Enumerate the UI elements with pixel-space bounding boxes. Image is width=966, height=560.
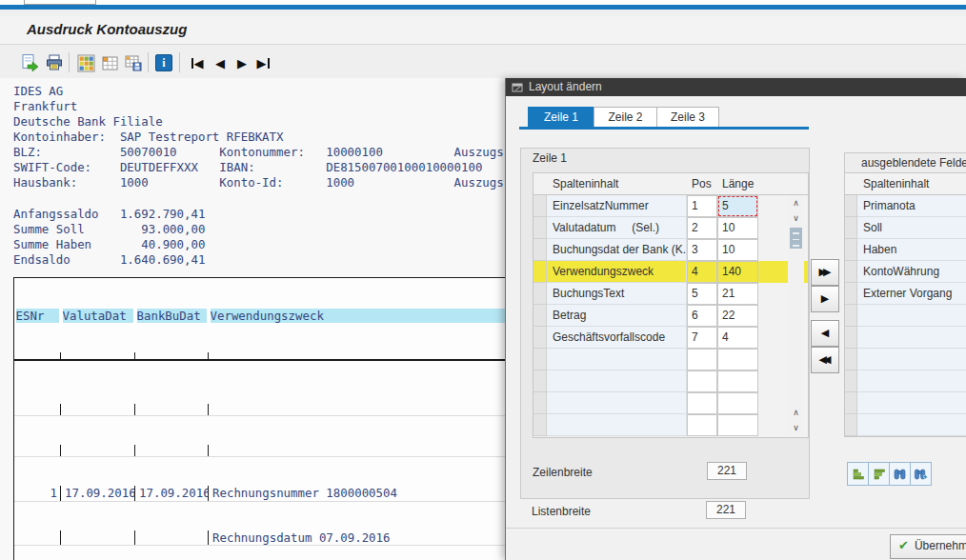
- hidden-field-cell[interactable]: KontoWährung: [857, 261, 966, 283]
- hidden-field-cell[interactable]: Haben: [857, 239, 966, 261]
- column-table: Spalteninhalt Pos Länge EinzelsatzNummer…: [533, 172, 809, 438]
- pos-field[interactable]: 7: [687, 327, 717, 349]
- report-line: Hausbank: 1000 Konto-Id: 1000 Auszugs: [13, 175, 504, 190]
- change-layout-button[interactable]: [98, 51, 121, 74]
- zeile1-groupbox: Zeile 1 Spalteninhalt Pos Länge Einzelsa…: [520, 148, 810, 499]
- save-layout-button[interactable]: [122, 51, 145, 74]
- print-button[interactable]: [43, 51, 66, 74]
- column-name-cell[interactable]: Geschäftsvorfallscode: [547, 327, 687, 349]
- next-page-button[interactable]: ▶: [231, 51, 253, 74]
- first-page-button[interactable]: ◀: [186, 51, 209, 74]
- find-next-button[interactable]: [910, 462, 932, 486]
- info-button[interactable]: i: [152, 51, 175, 74]
- header-spalteninhalt: Spalteninhalt: [547, 173, 687, 194]
- column-name-cell[interactable]: Verwendungszweck: [547, 261, 687, 283]
- pos-field[interactable]: 1: [687, 195, 717, 217]
- last-page-button[interactable]: ▶: [252, 51, 274, 74]
- scroll-down-icon[interactable]: ∨: [788, 420, 804, 435]
- hidden-field-row-empty: [845, 370, 966, 392]
- scrollbar-thumb[interactable]: [790, 228, 802, 249]
- hidden-field-row-empty: [845, 414, 966, 436]
- column-row: Buchungsdat der Bank (K... 3 10: [533, 239, 808, 261]
- pos-field[interactable]: 2: [687, 217, 717, 239]
- row-selector[interactable]: [533, 239, 547, 261]
- header-area: Ausdruck Kontoauszug: [0, 10, 966, 79]
- column-name-cell[interactable]: EinzelsatzNummer: [547, 195, 687, 217]
- column-name-cell[interactable]: Betrag: [547, 305, 687, 327]
- find-button[interactable]: [889, 462, 911, 486]
- first-page-icon: ◀: [191, 57, 204, 70]
- scroll-down-icon[interactable]: ∨: [788, 210, 804, 226]
- hidden-field-cell[interactable]: Primanota: [857, 195, 966, 217]
- column-name-cell[interactable]: BuchungsText: [547, 283, 687, 305]
- toolbar-separator: [148, 52, 149, 72]
- pos-field[interactable]: 3: [687, 239, 717, 261]
- row-selector[interactable]: [533, 283, 547, 305]
- previous-page-button[interactable]: ◀: [209, 51, 231, 74]
- tab-zeile-3[interactable]: Zeile 3: [656, 107, 719, 129]
- apply-button[interactable]: ✔Übernehmen: [890, 534, 966, 559]
- table-scrollbar[interactable]: ∧ ∨ ∧ ∨: [788, 195, 804, 435]
- row-selector[interactable]: [533, 217, 547, 239]
- laenge-field[interactable]: 10: [717, 239, 758, 261]
- row-selector[interactable]: [533, 195, 547, 217]
- column-row-highlighted: Verwendungszweck 4 140: [533, 261, 808, 283]
- row-selector[interactable]: [845, 217, 857, 239]
- sort-descending-button[interactable]: [868, 462, 890, 486]
- laenge-field-focused[interactable]: 5: [717, 195, 758, 217]
- header-laenge: Länge: [717, 173, 758, 194]
- sort-ascending-button[interactable]: [847, 462, 869, 486]
- move-all-left-button[interactable]: ◀◀: [811, 347, 839, 373]
- pos-field[interactable]: 6: [687, 305, 717, 327]
- column-name-cell[interactable]: Buchungsdat der Bank (K...: [547, 239, 687, 261]
- column-name-cell[interactable]: Valutadatum(Sel.): [547, 217, 687, 239]
- hidden-field-row-empty: [845, 349, 966, 370]
- next-page-icon: ▶: [237, 57, 247, 70]
- scroll-up-icon[interactable]: ∧: [788, 405, 804, 420]
- col-header-valutadat: ValutaDat: [63, 309, 133, 323]
- zeilenbreite-field[interactable]: 221: [707, 462, 747, 480]
- dialog-titlebar[interactable]: Layout ändern: [506, 78, 966, 96]
- print-icon: [45, 53, 64, 72]
- row-selector[interactable]: [533, 261, 547, 283]
- choose-layout-button[interactable]: [74, 51, 97, 74]
- export-button[interactable]: [18, 51, 41, 74]
- row-selector[interactable]: [533, 327, 547, 349]
- column-row: Valutadatum(Sel.) 2 10: [533, 217, 808, 239]
- row-selector[interactable]: [845, 239, 857, 261]
- listenbreite-field[interactable]: 221: [706, 501, 746, 519]
- laenge-field[interactable]: 22: [717, 305, 758, 327]
- tab-zeile-1[interactable]: Zeile 1: [528, 107, 594, 129]
- tab-zeile-2[interactable]: Zeile 2: [594, 107, 657, 129]
- row-selector[interactable]: [533, 305, 547, 327]
- move-left-button[interactable]: ◀: [811, 320, 839, 347]
- info-icon: i: [155, 54, 172, 71]
- column-row-empty: [533, 392, 808, 414]
- pos-field[interactable]: 4: [687, 261, 717, 283]
- hidden-field-row: Haben: [845, 239, 966, 261]
- scroll-up-icon[interactable]: ∧: [788, 195, 804, 210]
- hidden-field-row: Externer Vorgang: [845, 283, 966, 305]
- hidden-field-cell[interactable]: Externer Vorgang: [857, 283, 966, 305]
- row-selector[interactable]: [845, 195, 857, 217]
- hidden-field-row: Primanota: [845, 195, 966, 217]
- summary-line: Anfangssaldo 1.692.790,41: [13, 207, 205, 222]
- column-row-empty: [533, 414, 808, 436]
- laenge-field[interactable]: 140: [717, 261, 758, 283]
- laenge-field[interactable]: 10: [717, 217, 758, 239]
- move-right-icon: ▶: [821, 292, 829, 304]
- move-all-left-icon: ◀◀: [819, 348, 828, 370]
- row-selector[interactable]: [845, 283, 857, 305]
- move-right-button[interactable]: ▶: [811, 286, 839, 312]
- export-icon: [20, 53, 39, 72]
- toolbar-separator: [69, 52, 70, 72]
- pos-field[interactable]: 5: [687, 283, 717, 305]
- apply-label: Übernehmen: [915, 539, 966, 552]
- move-all-right-button[interactable]: ▶▶: [811, 259, 839, 286]
- hidden-field-cell[interactable]: Soll: [857, 217, 966, 239]
- listenbreite-label: Listenbreite: [532, 505, 591, 518]
- column-row: BuchungsText 5 21: [533, 283, 808, 305]
- row-selector[interactable]: [845, 261, 857, 283]
- laenge-field[interactable]: 4: [717, 327, 758, 349]
- laenge-field[interactable]: 21: [717, 283, 758, 305]
